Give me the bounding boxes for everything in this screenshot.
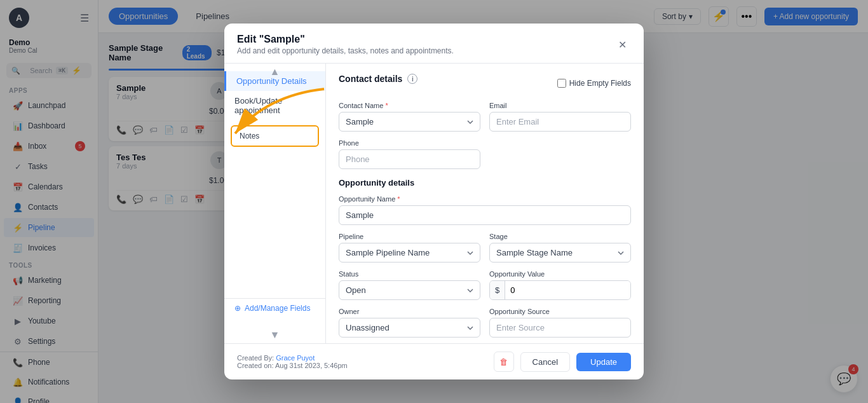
source-group: Opportunity Source xyxy=(489,308,631,338)
owner-group: Owner Unassigned xyxy=(339,308,480,338)
dollar-prefix: $ xyxy=(490,281,505,299)
modal-header: Edit "Sample" Add and edit opportunity d… xyxy=(224,24,644,64)
notes-box[interactable]: Notes xyxy=(231,125,319,147)
pipeline-select[interactable]: Sample Pipeline Name xyxy=(339,243,480,263)
source-input[interactable] xyxy=(489,318,631,338)
modal-body: ▲ Opportunity Details Book/Update appoin… xyxy=(224,64,644,343)
pipeline-stage-row: Pipeline Sample Pipeline Name Stage Samp… xyxy=(339,233,631,263)
add-icon: ⊕ xyxy=(234,304,241,313)
dollar-input-container: $ xyxy=(489,280,631,300)
modal-main: Contact details i Hide Empty Fields Cont… xyxy=(326,64,644,343)
stage-label: Stage xyxy=(489,233,631,240)
edit-opportunity-modal: Edit "Sample" Add and edit opportunity d… xyxy=(224,24,644,379)
stage-select[interactable]: Sample Stage Name xyxy=(489,243,631,263)
add-manage-label: Add/Manage Fields xyxy=(245,304,310,313)
owner-label: Owner xyxy=(339,308,480,315)
footer-actions: 🗑 Cancel Update xyxy=(494,352,631,372)
contact-name-group: Contact Name * Sample xyxy=(339,102,480,132)
source-label: Opportunity Source xyxy=(489,308,631,315)
contact-details-title: Contact details i xyxy=(339,74,417,84)
contact-name-label: Contact Name * xyxy=(339,102,480,109)
opp-value-label: Opportunity Value xyxy=(489,270,631,278)
cancel-button[interactable]: Cancel xyxy=(520,352,570,372)
phone-group: Phone xyxy=(339,139,480,169)
opportunity-details-title: Opportunity details xyxy=(339,178,631,188)
sidebar-tab-book-appointment[interactable]: Book/Update appointment xyxy=(224,91,325,120)
info-icon: i xyxy=(407,74,417,84)
creator-link[interactable]: Grace Puyot xyxy=(276,354,315,362)
status-group: Status Open xyxy=(339,270,480,300)
opp-value-group: Opportunity Value $ xyxy=(489,270,631,300)
opp-name-row: Opportunity Name * xyxy=(339,195,631,225)
pipeline-group: Pipeline Sample Pipeline Name xyxy=(339,233,480,263)
phone-input[interactable] xyxy=(339,149,480,169)
contact-name-select[interactable]: Sample xyxy=(339,112,480,132)
status-value-row: Status Open Opportunity Value $ xyxy=(339,270,631,300)
contact-details-header: Contact details i Hide Empty Fields xyxy=(339,74,631,93)
modal-subtitle: Add and edit opportunity details, tasks,… xyxy=(237,46,454,55)
phone-label: Phone xyxy=(339,139,480,147)
add-manage-fields-button[interactable]: ⊕ Add/Manage Fields xyxy=(224,298,325,318)
hide-empty-toggle[interactable]: Hide Empty Fields xyxy=(557,79,631,88)
hide-empty-label: Hide Empty Fields xyxy=(569,79,631,88)
scroll-down-icon: ▼ xyxy=(224,327,325,343)
opp-value-input[interactable] xyxy=(505,281,630,299)
opp-name-input[interactable] xyxy=(339,205,631,225)
modal-sidebar: ▲ Opportunity Details Book/Update appoin… xyxy=(224,64,326,343)
created-by: Created By: Grace Puyot xyxy=(237,354,348,362)
stage-group: Stage Sample Stage Name xyxy=(489,233,631,263)
scroll-up-icon: ▲ xyxy=(224,64,325,80)
contact-name-email-row: Contact Name * Sample Email xyxy=(339,102,631,132)
created-on: Created on: Aug 31st 2023, 5:46pm xyxy=(237,362,348,369)
modal-title: Edit "Sample" xyxy=(237,34,454,45)
email-label: Email xyxy=(489,102,631,109)
phone-spacer xyxy=(489,139,631,169)
email-input[interactable] xyxy=(489,112,631,132)
opp-name-group: Opportunity Name * xyxy=(339,195,631,225)
owner-select[interactable]: Unassigned xyxy=(339,318,480,338)
phone-row: Phone xyxy=(339,139,631,169)
status-label: Status xyxy=(339,270,480,278)
modal-close-button[interactable]: ✕ xyxy=(613,36,631,53)
update-button[interactable]: Update xyxy=(576,353,631,371)
owner-source-row: Owner Unassigned Opportunity Source xyxy=(339,308,631,338)
pipeline-label: Pipeline xyxy=(339,233,480,240)
status-select[interactable]: Open xyxy=(339,280,480,300)
hide-empty-checkbox[interactable] xyxy=(557,79,566,88)
footer-meta: Created By: Grace Puyot Created on: Aug … xyxy=(237,354,348,369)
opp-name-label: Opportunity Name * xyxy=(339,195,631,203)
delete-button[interactable]: 🗑 xyxy=(494,352,514,372)
modal-footer: Created By: Grace Puyot Created on: Aug … xyxy=(224,343,644,379)
email-group: Email xyxy=(489,102,631,132)
